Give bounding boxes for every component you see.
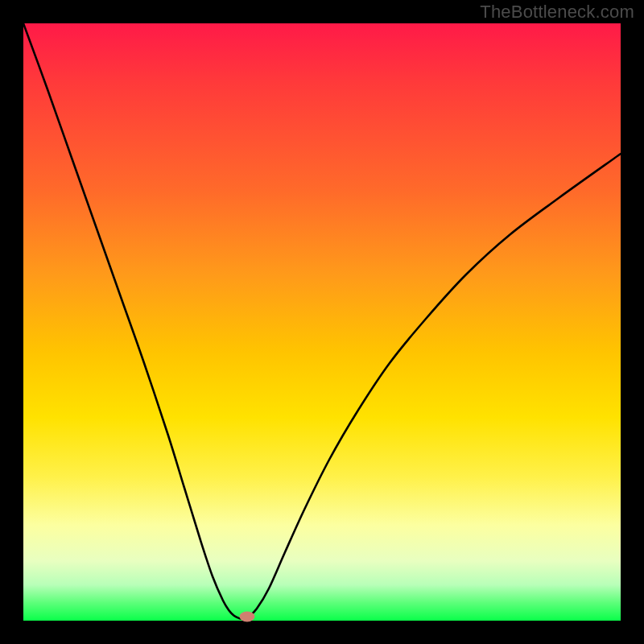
bottleneck-curve xyxy=(23,23,621,619)
watermark-text: TheBottleneck.com xyxy=(480,2,634,23)
chart-frame: TheBottleneck.com xyxy=(0,0,644,644)
curve-layer xyxy=(23,23,621,621)
optimum-marker xyxy=(240,612,255,622)
plot-area xyxy=(23,23,621,621)
